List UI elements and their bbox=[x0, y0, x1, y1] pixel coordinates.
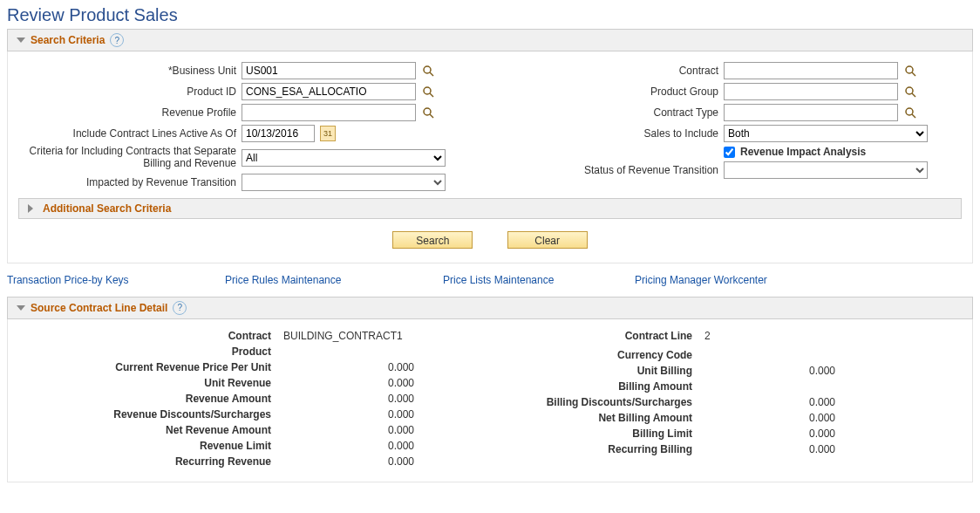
contract-type-input[interactable] bbox=[724, 104, 898, 121]
svg-line-11 bbox=[912, 114, 915, 118]
revenue-impact-label: Revenue Impact Analysis bbox=[740, 146, 866, 158]
help-icon[interactable]: ? bbox=[173, 301, 187, 315]
revenue-profile-input[interactable] bbox=[242, 104, 416, 121]
business-unit-input[interactable] bbox=[242, 62, 416, 79]
clear-button[interactable]: Clear bbox=[507, 231, 588, 249]
contract-input[interactable] bbox=[724, 62, 898, 79]
collapse-toggle-icon bbox=[17, 38, 25, 43]
d-bill-amt-label: Billing Amount bbox=[500, 380, 699, 393]
sales-to-include-label: Sales to Include bbox=[500, 127, 724, 140]
svg-point-4 bbox=[424, 108, 431, 115]
d-bill-disc-val: 0.000 bbox=[699, 396, 835, 408]
d-product-label: Product bbox=[18, 345, 278, 358]
d-net-bill-val: 0.000 bbox=[699, 412, 835, 424]
svg-line-3 bbox=[430, 93, 433, 97]
status-rev-select[interactable] bbox=[724, 161, 928, 179]
d-net-bill-label: Net Billing Amount bbox=[500, 412, 699, 424]
svg-point-2 bbox=[424, 87, 431, 94]
svg-point-8 bbox=[906, 87, 913, 94]
product-id-label: Product ID bbox=[18, 86, 242, 98]
d-net-rev-label: Net Revenue Amount bbox=[18, 424, 278, 436]
product-group-label: Product Group bbox=[500, 86, 724, 98]
d-contract-label: Contract bbox=[18, 330, 278, 342]
d-unit-bill-label: Unit Billing bbox=[500, 365, 699, 377]
d-bill-disc-label: Billing Discounts/Surcharges bbox=[500, 396, 699, 408]
contract-label: Contract bbox=[500, 65, 724, 77]
d-unit-rev-label: Unit Revenue bbox=[18, 377, 278, 389]
help-icon[interactable]: ? bbox=[110, 33, 124, 47]
svg-line-7 bbox=[912, 72, 915, 76]
lookup-icon[interactable] bbox=[421, 106, 435, 120]
impacted-select[interactable] bbox=[242, 174, 446, 191]
d-cur-rev-ppu-val: 0.000 bbox=[278, 361, 414, 373]
lookup-icon[interactable] bbox=[903, 85, 917, 99]
revenue-profile-label: Revenue Profile bbox=[18, 106, 242, 119]
d-recur-rev-label: Recurring Revenue bbox=[18, 455, 278, 468]
d-rev-limit-label: Revenue Limit bbox=[18, 440, 278, 452]
svg-line-9 bbox=[912, 93, 915, 97]
links-row: Transaction Price-by Keys Price Rules Ma… bbox=[0, 269, 980, 295]
d-recur-bill-val: 0.000 bbox=[699, 443, 835, 455]
impacted-label: Impacted by Revenue Transition bbox=[18, 176, 242, 188]
d-unit-rev-val: 0.000 bbox=[278, 377, 414, 389]
status-rev-label: Status of Revenue Transition bbox=[500, 164, 724, 176]
criteria-sep-label: Criteria for Including Contracts that Se… bbox=[18, 146, 242, 170]
product-group-input[interactable] bbox=[724, 83, 898, 100]
link-price-rules[interactable]: Price Rules Maintenance bbox=[225, 274, 443, 286]
business-unit-label: *Business Unit bbox=[18, 65, 242, 77]
d-rev-disc-label: Revenue Discounts/Surcharges bbox=[18, 408, 278, 421]
d-bill-limit-label: Billing Limit bbox=[500, 428, 699, 440]
search-criteria-title: Search Criteria bbox=[31, 34, 105, 46]
d-contract-line-label: Contract Line bbox=[500, 330, 699, 342]
d-contract-val: BUILDING_CONTRACT1 bbox=[278, 330, 414, 342]
link-price-by-keys[interactable]: Transaction Price-by Keys bbox=[7, 274, 225, 286]
lookup-icon[interactable] bbox=[903, 106, 917, 120]
button-bar: Search Clear bbox=[18, 226, 962, 252]
svg-point-6 bbox=[906, 66, 913, 73]
source-detail-title: Source Contract Line Detail bbox=[31, 302, 167, 314]
sales-to-include-select[interactable]: Both bbox=[724, 125, 928, 142]
lookup-icon[interactable] bbox=[421, 85, 435, 99]
svg-line-1 bbox=[430, 72, 433, 76]
lookup-icon[interactable] bbox=[421, 64, 435, 78]
additional-search-title: Additional Search Criteria bbox=[43, 202, 171, 215]
svg-point-10 bbox=[906, 108, 913, 115]
d-bill-limit-val: 0.000 bbox=[699, 428, 835, 440]
link-workcenter[interactable]: Pricing Manager Workcenter bbox=[635, 274, 767, 286]
d-rev-disc-val: 0.000 bbox=[278, 408, 414, 421]
collapse-toggle-icon bbox=[17, 305, 25, 311]
source-detail-body: ContractBUILDING_CONTRACT1 Product Curre… bbox=[7, 319, 973, 482]
d-recur-bill-label: Recurring Billing bbox=[500, 443, 699, 455]
d-recur-rev-val: 0.000 bbox=[278, 455, 414, 468]
revenue-impact-checkbox[interactable] bbox=[724, 147, 735, 158]
d-rev-amt-val: 0.000 bbox=[278, 393, 414, 405]
additional-search-header[interactable]: Additional Search Criteria bbox=[18, 198, 962, 219]
d-contract-line-val: 2 bbox=[699, 330, 835, 342]
criteria-sep-select[interactable]: All bbox=[242, 149, 446, 167]
source-detail-header[interactable]: Source Contract Line Detail ? bbox=[7, 297, 973, 319]
product-id-input[interactable] bbox=[242, 83, 416, 100]
search-criteria-body: *Business Unit Product ID Revenue Profil… bbox=[7, 51, 973, 263]
link-price-lists[interactable]: Price Lists Maintenance bbox=[443, 274, 635, 286]
contract-type-label: Contract Type bbox=[500, 106, 724, 119]
page-title: Review Product Sales bbox=[0, 0, 980, 27]
d-unit-bill-val: 0.000 bbox=[699, 365, 835, 377]
search-button[interactable]: Search bbox=[392, 231, 473, 249]
d-currency-label: Currency Code bbox=[500, 349, 699, 361]
search-criteria-header[interactable]: Search Criteria ? bbox=[7, 29, 973, 51]
lookup-icon[interactable] bbox=[903, 64, 917, 78]
d-net-rev-val: 0.000 bbox=[278, 424, 414, 436]
active-as-of-input[interactable] bbox=[242, 125, 315, 142]
d-cur-rev-ppu-label: Current Revenue Price Per Unit bbox=[18, 361, 278, 373]
d-rev-amt-label: Revenue Amount bbox=[18, 393, 278, 405]
expand-toggle-icon bbox=[28, 204, 37, 213]
svg-line-5 bbox=[430, 114, 433, 118]
active-as-of-label: Include Contract Lines Active As Of bbox=[18, 127, 242, 140]
d-rev-limit-val: 0.000 bbox=[278, 440, 414, 452]
calendar-icon[interactable]: 31 bbox=[320, 126, 336, 141]
svg-point-0 bbox=[424, 66, 431, 73]
